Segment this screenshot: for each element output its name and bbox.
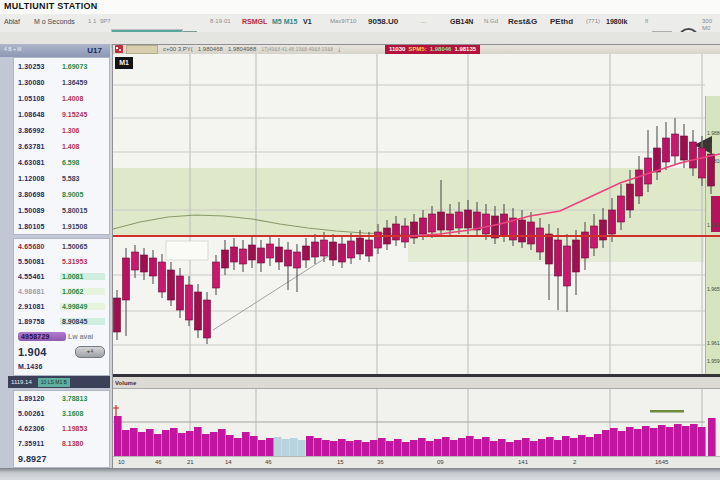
green-zone-overlay xyxy=(113,168,720,236)
chart-titlebar-text: c+00 3.PY( xyxy=(163,46,193,52)
toolbar-item[interactable]: Rest&G xyxy=(508,17,537,26)
toolbar-item[interactable]: M o Seconds xyxy=(34,18,75,25)
quote-row[interactable]: 9.8927 xyxy=(14,451,109,466)
toolbar-item[interactable]: Max9iT10 xyxy=(330,18,356,24)
quote-symbol: 1.08648 xyxy=(18,111,60,118)
toolbar-item[interactable]: M0 xyxy=(702,25,710,31)
quote-row[interactable]: 1.302531.69073 xyxy=(14,58,109,74)
main-toolbar: Last Connected ↺ AblafM o Seconds1 19P78… xyxy=(0,14,720,33)
chart-titlebar-price: 1.980468 xyxy=(198,46,223,52)
quote-row[interactable]: 5.500815.31953 xyxy=(14,254,109,269)
chart-titlebar-price: 1.9804988 xyxy=(228,46,256,52)
quote-row[interactable]: 2.910814.99849 xyxy=(14,299,109,314)
quote-row[interactable]: 1.086489.15245 xyxy=(14,106,109,122)
quote-value: 5.80015 xyxy=(60,207,105,214)
toolbar-item[interactable]: 9P7 xyxy=(100,18,111,24)
quote-value: 8.1380 xyxy=(60,440,105,447)
sidebar-section-bar[interactable]: 1119.14 10 LS M1 B xyxy=(8,376,110,388)
toolbar-item[interactable]: ⋯ xyxy=(420,18,426,25)
quote-row[interactable]: 4.623061.19853 xyxy=(14,421,109,436)
time-label: 14 xyxy=(225,459,232,465)
quote-row[interactable]: 1.500895.80015 xyxy=(14,202,109,218)
chart-window-icon xyxy=(115,45,123,53)
price-axis-label: 1.9698 xyxy=(707,222,720,228)
quote-value: 1.408 xyxy=(60,143,105,150)
quote-symbol: 5.50081 xyxy=(18,258,60,265)
section-bar-value: 1119.14 xyxy=(11,379,32,385)
quote-row[interactable]: 3.637811.408 xyxy=(14,138,109,154)
time-label: 46 xyxy=(265,459,272,465)
quote-symbol: 1.89120 xyxy=(18,395,60,402)
quote-value: 1.91508 xyxy=(60,223,105,230)
badge-text: 1.98135 xyxy=(454,46,476,52)
toolbar-item[interactable]: 1980lk xyxy=(606,18,627,25)
quote-row[interactable]: 4.554611.0081 xyxy=(14,269,109,284)
chart-titlebar[interactable]: c+00 3.PY( 1.980468 1.9804988 17)49&8 41… xyxy=(112,44,720,54)
quote-symbol: 1.50089 xyxy=(18,207,60,214)
quote-row[interactable]: 5.002613.1608 xyxy=(14,406,109,421)
quote-symbol: 1.80105 xyxy=(18,223,60,230)
quote-symbol: 4.98681 xyxy=(18,288,60,295)
quotes-panel-3: 1.891203.788135.002613.16084.623061.1985… xyxy=(13,390,110,468)
toolbar-item[interactable]: Ablaf xyxy=(4,18,20,25)
quote-row[interactable]: 3.869921.306 xyxy=(14,122,109,138)
toolbar-item[interactable]: 300 xyxy=(702,18,712,24)
quote-symbol: M.1436 xyxy=(18,363,60,370)
toolbar-item[interactable]: PEthd xyxy=(550,17,573,26)
green-zone-overlay-2 xyxy=(408,237,704,262)
quote-value: 4.99849 xyxy=(60,303,105,310)
chart-titlebar-detail: 17)49&8 41:48 19&8 49&8 19&8 xyxy=(261,46,333,52)
chart-symbol-badge[interactable]: 11030SPM5:1.980461.98135 xyxy=(385,44,480,54)
quote-value: 1.36459 xyxy=(60,79,105,86)
quote-symbol: 4.63081 xyxy=(18,159,60,166)
time-label: 21 xyxy=(187,459,194,465)
toolbar-item[interactable]: V1 xyxy=(303,18,312,25)
quote-row[interactable]: 1.120085.583 xyxy=(14,170,109,186)
quote-symbol: 4958729 xyxy=(18,332,66,341)
quote-row[interactable]: 7.359118.1380 xyxy=(14,436,109,451)
quote-row[interactable]: 1.891203.78813 xyxy=(14,391,109,406)
quote-value: 3.78813 xyxy=(60,395,105,402)
quote-row[interactable]: 1.904◂ 4 xyxy=(14,344,109,359)
volume-plot-area[interactable] xyxy=(112,388,720,456)
quote-row[interactable]: 1.801051.91508 xyxy=(14,218,109,234)
toolbar-item[interactable]: M5 M15 xyxy=(272,18,297,25)
timeframe-badge[interactable]: M1 xyxy=(115,57,133,69)
price-axis-label: 1.9655 xyxy=(707,286,720,292)
quote-value: 1.0062 xyxy=(60,288,105,295)
quote-symbol: 3.80698 xyxy=(18,191,60,198)
window-bottom-edge xyxy=(0,468,720,480)
toolbar-item[interactable]: RSMGL xyxy=(242,18,267,25)
stepper-pill-button[interactable]: ◂ 4 xyxy=(75,346,105,358)
quote-value: 1.69073 xyxy=(60,63,105,70)
quotes-panel-1: 1.302531.690731.300801.364591.051081.400… xyxy=(13,57,110,235)
quote-symbol: 7.35911 xyxy=(18,440,60,447)
quote-row[interactable]: 4.630816.598 xyxy=(14,154,109,170)
quote-row[interactable]: 1.897588.90845 xyxy=(14,314,109,329)
quote-symbol: 1.12008 xyxy=(18,175,60,182)
volume-panel-header: Volume xyxy=(112,377,720,389)
market-watch-header-value: U17 xyxy=(87,46,102,55)
trading-platform-window: MULTIUNIT STATION Last Connected ↺ Ablaf… xyxy=(0,0,720,480)
quote-row[interactable]: 4.656801.50065 xyxy=(14,239,109,254)
quote-symbol: 3.63781 xyxy=(18,143,60,150)
quote-row[interactable]: 1.051081.4008 xyxy=(14,90,109,106)
quote-row[interactable]: M.1436 xyxy=(14,359,109,374)
toolbar-item[interactable]: (771) xyxy=(586,18,600,24)
toolbar-item[interactable]: 1 1 xyxy=(88,18,96,24)
quote-symbol: 4.65680 xyxy=(18,243,60,250)
quote-row[interactable]: 4.986811.0062 xyxy=(14,284,109,299)
price-axis-label: 1.9612 xyxy=(707,340,720,346)
quote-symbol: 5.00261 xyxy=(18,410,60,417)
toolbar-item[interactable]: 9058.U0 xyxy=(368,17,398,26)
quote-row[interactable]: 3.806988.9005 xyxy=(14,186,109,202)
toolbar-item[interactable]: N.Gd xyxy=(484,18,498,24)
toolbar-item[interactable]: GB14N xyxy=(450,18,473,25)
toolbar-item[interactable]: 8·19·01 xyxy=(210,18,231,24)
time-label: 36 xyxy=(377,459,384,465)
market-watch-header-label: 4 B + M xyxy=(4,46,21,52)
quote-value: 8.9005 xyxy=(60,191,105,198)
quote-row[interactable]: 4958729Lw avai xyxy=(14,329,109,344)
quote-row[interactable]: 1.300801.36459 xyxy=(14,74,109,90)
toolbar-item[interactable]: fl xyxy=(645,18,648,24)
